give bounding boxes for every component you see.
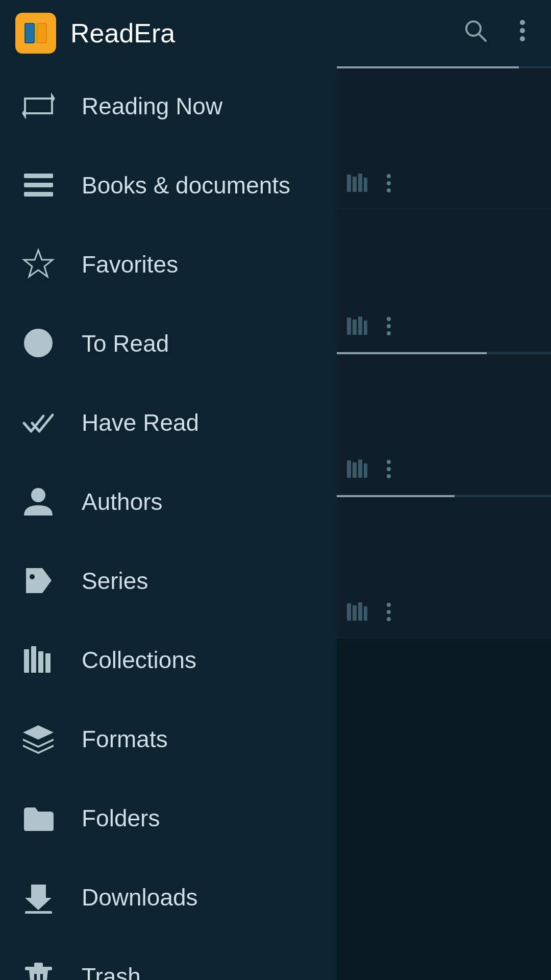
- svg-point-8: [520, 28, 525, 33]
- person-icon: [20, 484, 56, 520]
- svg-rect-47: [24, 649, 29, 673]
- svg-rect-57: [34, 963, 43, 968]
- book-more-icon[interactable]: [378, 315, 400, 342]
- sidebar-item-books-documents-label: Books & documents: [82, 172, 290, 199]
- svg-point-14: [387, 174, 391, 178]
- navigation-drawer: Reading Now Books & documents Favorites: [0, 66, 337, 980]
- svg-rect-25: [353, 462, 357, 478]
- header-actions: [462, 17, 536, 50]
- book-more-icon[interactable]: [378, 601, 400, 628]
- book-actions: [345, 170, 400, 201]
- sidebar-item-reading-now-label: Reading Now: [82, 92, 222, 120]
- sidebar-item-collections[interactable]: Collections: [0, 620, 337, 699]
- svg-point-23: [387, 331, 391, 335]
- repeat-icon: [20, 88, 56, 124]
- svg-rect-18: [353, 320, 357, 335]
- svg-rect-33: [358, 602, 362, 621]
- svg-point-15: [387, 181, 391, 185]
- layers-icon: [20, 721, 56, 757]
- svg-point-46: [30, 574, 35, 579]
- svg-point-22: [387, 324, 391, 328]
- svg-rect-17: [347, 317, 351, 335]
- sidebar-item-reading-now[interactable]: Reading Now: [0, 66, 337, 145]
- svg-rect-32: [353, 605, 357, 621]
- svg-rect-59: [40, 974, 43, 980]
- svg-rect-38: [24, 174, 53, 178]
- logo-icon: [22, 20, 49, 46]
- tag-icon: [20, 563, 56, 599]
- star-icon: [20, 247, 56, 282]
- svg-point-7: [520, 20, 525, 25]
- svg-line-6: [479, 34, 486, 41]
- book-item: [337, 352, 551, 495]
- svg-point-29: [387, 467, 391, 471]
- more-options-button[interactable]: [509, 17, 536, 50]
- list-icon: [20, 167, 56, 203]
- sidebar-item-series-label: Series: [82, 567, 148, 595]
- sidebar-item-trash-label: Trash: [82, 963, 141, 981]
- header: ReadEra: [0, 0, 551, 66]
- sidebar-item-authors[interactable]: Authors: [0, 462, 337, 541]
- sidebar-item-have-read[interactable]: Have Read: [0, 383, 337, 462]
- svg-point-9: [520, 36, 525, 41]
- book-actions: [345, 313, 400, 344]
- search-button[interactable]: [462, 17, 489, 50]
- sidebar-item-favorites[interactable]: Favorites: [0, 225, 337, 304]
- book-item: [337, 495, 551, 638]
- double-check-icon: [20, 405, 56, 440]
- svg-rect-3: [38, 24, 46, 42]
- svg-rect-48: [31, 646, 36, 673]
- sidebar-item-to-read-label: To Read: [82, 330, 169, 357]
- collections-icon: [20, 642, 56, 678]
- svg-rect-40: [24, 192, 53, 197]
- svg-rect-27: [364, 463, 367, 478]
- sidebar-item-folders-label: Folders: [82, 804, 160, 832]
- svg-point-28: [387, 460, 391, 464]
- library-icon[interactable]: [345, 456, 369, 486]
- sidebar-item-have-read-label: Have Read: [82, 409, 199, 436]
- svg-marker-41: [24, 250, 53, 277]
- sidebar-item-downloads-label: Downloads: [82, 884, 198, 911]
- book-more-icon[interactable]: [378, 458, 400, 485]
- library-icon[interactable]: [345, 170, 369, 201]
- app-title: ReadEra: [70, 18, 462, 48]
- svg-rect-20: [364, 321, 367, 335]
- svg-marker-52: [23, 739, 54, 748]
- folder-icon: [20, 800, 56, 836]
- sidebar-item-authors-label: Authors: [82, 488, 163, 516]
- book-more-icon[interactable]: [378, 172, 400, 200]
- svg-rect-24: [347, 460, 351, 478]
- svg-marker-51: [23, 725, 54, 740]
- sidebar-item-favorites-label: Favorites: [82, 251, 178, 278]
- svg-point-35: [387, 603, 391, 607]
- svg-rect-58: [34, 974, 37, 980]
- book-actions: [345, 599, 400, 629]
- book-item: [337, 66, 551, 209]
- sidebar-item-folders[interactable]: Folders: [0, 778, 337, 857]
- sidebar-item-series[interactable]: Series: [0, 541, 337, 620]
- svg-rect-12: [358, 174, 362, 192]
- svg-point-21: [387, 317, 391, 321]
- trash-icon: [20, 959, 56, 981]
- svg-rect-1: [26, 24, 34, 42]
- sidebar-item-to-read[interactable]: To Read: [0, 304, 337, 383]
- svg-marker-54: [25, 885, 52, 910]
- svg-rect-11: [353, 177, 357, 192]
- sidebar-item-formats-label: Formats: [82, 725, 168, 753]
- sidebar-item-formats[interactable]: Formats: [0, 699, 337, 778]
- sidebar-item-downloads[interactable]: Downloads: [0, 857, 337, 937]
- svg-point-16: [387, 188, 391, 192]
- svg-rect-4: [35, 23, 37, 43]
- svg-rect-10: [347, 175, 351, 192]
- sidebar-item-collections-label: Collections: [82, 646, 196, 674]
- svg-rect-26: [358, 459, 362, 478]
- sidebar-item-books-documents[interactable]: Books & documents: [0, 145, 337, 225]
- svg-rect-31: [347, 603, 351, 621]
- svg-rect-39: [24, 183, 53, 187]
- library-icon[interactable]: [345, 313, 369, 344]
- sidebar-item-trash[interactable]: Trash: [0, 937, 337, 980]
- svg-point-30: [387, 474, 391, 478]
- library-icon[interactable]: [345, 599, 369, 629]
- clock-icon: [20, 326, 56, 361]
- svg-point-37: [387, 617, 391, 621]
